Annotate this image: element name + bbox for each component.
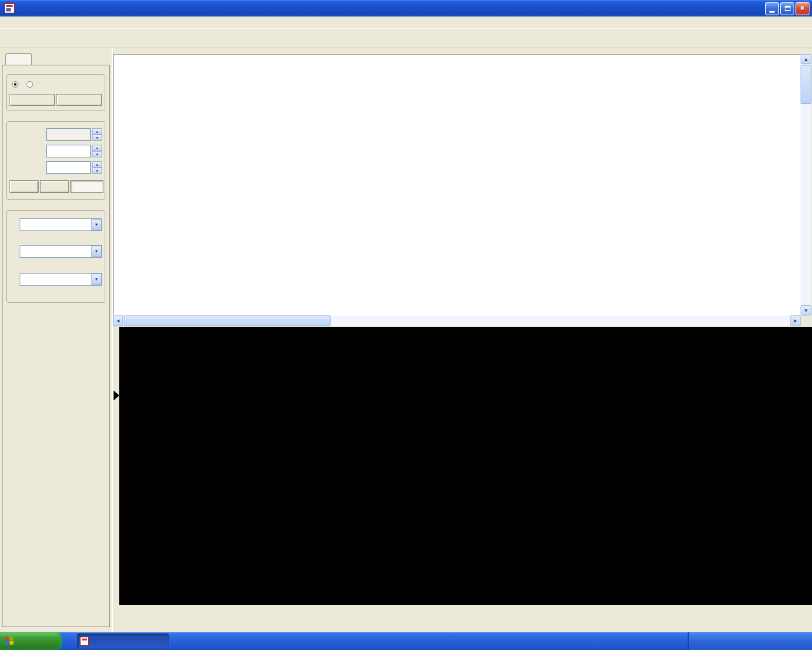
y-division-input[interactable] bbox=[46, 145, 91, 157]
scaling-group: ▲▼ ▲▼ ▲▼ bbox=[6, 121, 105, 200]
scroll-down-icon[interactable]: ▼ bbox=[801, 305, 811, 315]
radio-dot bbox=[27, 81, 33, 88]
panel-splitter-icon[interactable] bbox=[114, 390, 119, 401]
wave-panel-body: ▲▼ ▲▼ ▲▼ ▼ ▼ bbox=[2, 65, 110, 627]
waveform-left-strip bbox=[113, 327, 119, 605]
spin-down-icon[interactable]: ▼ bbox=[92, 135, 102, 141]
windows-flag-icon bbox=[4, 636, 14, 646]
schematic-vscroll-thumb[interactable] bbox=[801, 65, 811, 104]
y-offset-input[interactable] bbox=[46, 161, 91, 174]
cursor1-select[interactable]: ▼ bbox=[20, 218, 102, 231]
schematic-hscroll-thumb[interactable] bbox=[124, 315, 331, 326]
spin-down-icon[interactable]: ▼ bbox=[92, 168, 102, 174]
waveform-panel[interactable] bbox=[113, 327, 812, 605]
title-bar: × bbox=[0, 0, 812, 17]
y-division-spinner[interactable]: ▲▼ bbox=[92, 145, 102, 157]
cursor2-select[interactable]: ▼ bbox=[20, 245, 102, 258]
menu-bar bbox=[0, 17, 812, 29]
fit-x-button[interactable] bbox=[10, 180, 39, 193]
system-tray bbox=[688, 632, 812, 650]
spin-down-icon[interactable]: ▼ bbox=[92, 151, 102, 157]
chevron-down-icon[interactable]: ▼ bbox=[91, 274, 102, 285]
scroll-up-icon[interactable]: ▲ bbox=[801, 54, 811, 64]
close-button[interactable]: × bbox=[796, 2, 809, 15]
circuitmaker-icon bbox=[80, 637, 89, 646]
taskbar-item-circuitmaker[interactable] bbox=[77, 633, 169, 649]
radio-all-cells[interactable] bbox=[27, 81, 36, 88]
start-button[interactable] bbox=[0, 632, 62, 650]
analysis-tab-row bbox=[113, 605, 812, 618]
spin-up-icon[interactable]: ▲ bbox=[92, 145, 102, 151]
wave-prev-button[interactable] bbox=[10, 94, 55, 106]
toolbar bbox=[0, 29, 812, 48]
taskbar bbox=[0, 632, 812, 650]
chevron-down-icon[interactable]: ▼ bbox=[91, 219, 102, 230]
wave-side-panel: ▲▼ ▲▼ ▲▼ ▼ ▼ bbox=[0, 48, 113, 632]
view-group bbox=[6, 74, 105, 111]
auto-y-button[interactable] bbox=[70, 180, 103, 193]
radio-dot bbox=[12, 81, 18, 88]
restore-button[interactable] bbox=[780, 2, 794, 15]
tab-wave[interactable] bbox=[5, 53, 32, 65]
fit-y-button[interactable] bbox=[40, 180, 69, 193]
radio-single-cell[interactable] bbox=[12, 81, 21, 88]
chevron-down-icon[interactable]: ▼ bbox=[91, 246, 102, 257]
spin-up-icon[interactable]: ▲ bbox=[92, 128, 102, 135]
scroll-right-icon[interactable]: ► bbox=[790, 315, 801, 326]
cursors-group: ▼ ▼ ▼ bbox=[6, 210, 105, 303]
desktop: × ▲▼ ▲▼ bbox=[0, 0, 812, 650]
x-division-input[interactable] bbox=[46, 128, 91, 141]
x-division-spinner[interactable]: ▲▼ bbox=[92, 128, 102, 141]
minimize-button[interactable] bbox=[765, 2, 779, 15]
spin-up-icon[interactable]: ▲ bbox=[92, 161, 102, 168]
app-icon bbox=[4, 3, 15, 13]
schematic-drawing bbox=[114, 55, 801, 315]
wave-next-button[interactable] bbox=[56, 94, 102, 106]
schematic-canvas[interactable] bbox=[113, 54, 801, 315]
y-offset-spinner[interactable]: ▲▼ bbox=[92, 161, 102, 174]
scroll-left-icon[interactable]: ◄ bbox=[113, 315, 123, 326]
cursor-diff-select[interactable]: ▼ bbox=[20, 273, 102, 286]
